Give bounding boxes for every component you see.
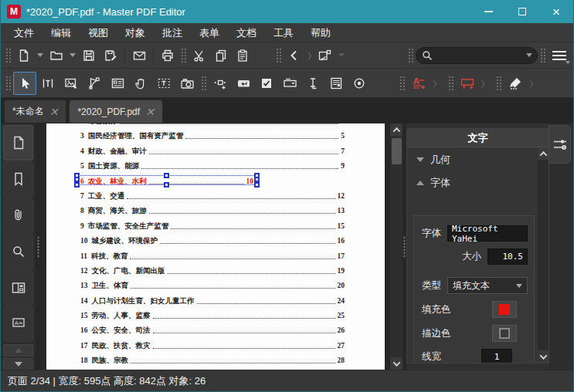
close-button[interactable]: ×	[539, 0, 573, 23]
sidebar-properties-button[interactable]: A=	[3, 306, 33, 342]
scroll-thumb[interactable]	[392, 138, 402, 164]
print-button[interactable]	[157, 46, 178, 66]
scroll-down-button[interactable]	[390, 357, 403, 370]
selection-handle-bl[interactable]	[74, 182, 80, 188]
menu-object[interactable]: 对象	[117, 23, 154, 42]
toolbar-grip[interactable]	[447, 75, 454, 92]
open-button[interactable]	[46, 46, 67, 66]
toolbar-grip[interactable]	[275, 47, 282, 64]
svg-text:A=: A=	[15, 320, 23, 326]
sidebar-search-button[interactable]	[3, 234, 33, 269]
search-dropdown-icon[interactable]	[526, 53, 532, 57]
toolbar-menu-button[interactable]	[548, 46, 571, 66]
cut-button[interactable]	[189, 46, 210, 66]
menu-annotate[interactable]: 批注	[154, 23, 191, 42]
sidebar-scroll-down-button[interactable]	[3, 358, 33, 370]
camera-snapshot-tool-button[interactable]	[175, 72, 199, 95]
search-input[interactable]	[433, 50, 524, 61]
line-width-field[interactable]: 1	[481, 349, 512, 363]
copy-button[interactable]	[210, 46, 232, 66]
checkbox-tool-button[interactable]	[255, 72, 278, 95]
toolbar-grip[interactable]	[495, 75, 502, 92]
scroll-track[interactable]	[390, 136, 403, 357]
save-button[interactable]	[78, 46, 100, 66]
new-document-dropdown-icon[interactable]	[37, 53, 43, 57]
text-type-dropdown[interactable]: 填充文本	[447, 277, 528, 294]
radio-button-tool-button[interactable]	[348, 72, 371, 95]
selected-text-object[interactable]: 6农业、林业、水利10	[80, 177, 253, 187]
panel-scroll-up-button[interactable]	[538, 147, 549, 160]
dot-leader	[168, 273, 335, 274]
edit-path-tool-button[interactable]	[83, 72, 106, 95]
pdf-viewport[interactable]: 2综合政务33国民经济管理、国有资产监管54财政、金融、审计75国土资源、能源9…	[40, 123, 389, 370]
edit-text-tool-button[interactable]	[36, 72, 59, 95]
sidebar-form-fields-button[interactable]	[3, 270, 33, 306]
tab-untitled[interactable]: *未命名 ✕	[4, 100, 66, 123]
stroke-color-button[interactable]	[492, 325, 517, 342]
edit-form-tool-button[interactable]	[106, 72, 129, 95]
minimize-button[interactable]	[471, 0, 505, 23]
menu-view[interactable]: 视图	[80, 23, 117, 42]
toolbar-grip[interactable]	[180, 47, 187, 64]
selection-handle-mr[interactable]	[254, 177, 260, 182]
sidebar-pages-button[interactable]	[3, 125, 33, 161]
panel-scroll-track[interactable]	[538, 160, 549, 350]
toolbar-grip[interactable]	[200, 75, 207, 92]
panel-vertical-scrollbar[interactable]	[538, 147, 549, 363]
snapshot-button[interactable]	[314, 46, 336, 66]
font-name-field[interactable]: Microsoft YaHei	[447, 225, 528, 242]
toolbar-grip[interactable]	[539, 47, 546, 64]
tab-close-icon[interactable]: ✕	[145, 106, 155, 117]
font-size-field[interactable]: 10.5	[487, 248, 528, 265]
edit-image-tool-button[interactable]	[59, 72, 83, 95]
menu-file[interactable]: 文件	[5, 23, 42, 42]
toolbar-grip[interactable]	[5, 47, 12, 64]
toc-entry-number: 8	[80, 207, 84, 215]
list-box-tool-button[interactable]	[324, 72, 348, 95]
section-geometry[interactable]: 几何	[407, 147, 538, 171]
sidebar-scroll-up-button[interactable]	[3, 344, 33, 357]
toolbar-grip[interactable]	[399, 75, 406, 92]
combo-box-tool-button[interactable]	[278, 72, 301, 95]
select-text-area-tool-button[interactable]	[152, 72, 175, 95]
selection-handle-tl[interactable]	[74, 173, 80, 178]
push-button-tool-button[interactable]	[232, 72, 255, 95]
pdf-vertical-scrollbar[interactable]	[389, 123, 402, 370]
scroll-up-button[interactable]	[390, 123, 403, 136]
panel-scroll-down-button[interactable]	[538, 350, 549, 363]
toolbar-grip[interactable]	[5, 75, 12, 92]
maximize-button[interactable]	[505, 0, 539, 23]
hamburger-icon	[552, 59, 566, 60]
menu-document[interactable]: 文档	[228, 23, 265, 42]
back-button[interactable]	[284, 46, 305, 66]
tab-close-icon[interactable]: ✕	[49, 106, 59, 117]
text-field-tool-button[interactable]	[301, 72, 324, 95]
open-dropdown-icon[interactable]	[70, 53, 76, 57]
toc-entry-title: 国民经济管理、国有资产监管	[88, 131, 184, 141]
sidebar-bookmarks-button[interactable]	[3, 161, 33, 197]
new-document-button[interactable]	[13, 46, 35, 66]
properties-toggle-tab[interactable]	[549, 125, 571, 164]
menu-edit[interactable]: 编辑	[42, 23, 80, 42]
sidebar-attachments-button[interactable]	[3, 198, 33, 233]
link-tool-button[interactable]	[209, 72, 232, 95]
tab-2020-pdf[interactable]: *2020_PDF.pdf ✕	[69, 100, 162, 123]
toolbar-grip[interactable]	[407, 47, 414, 64]
paste-button[interactable]	[232, 46, 253, 66]
hand-tool-button[interactable]	[129, 72, 152, 95]
selection-handle-ml[interactable]	[74, 177, 80, 182]
panel-splitter[interactable]	[402, 123, 406, 370]
add-comment-button[interactable]	[456, 72, 479, 95]
highlighter-tool-button[interactable]	[504, 72, 527, 95]
email-button[interactable]	[128, 46, 150, 66]
menu-help[interactable]: 帮助	[302, 23, 339, 42]
select-tool-button[interactable]	[13, 72, 36, 95]
menu-form[interactable]: 表单	[191, 23, 228, 42]
fill-color-button[interactable]	[492, 301, 517, 318]
selection-handle-br[interactable]	[254, 182, 260, 188]
save-as-button[interactable]	[100, 46, 121, 66]
toc-entry-page: 20	[338, 282, 345, 289]
section-font[interactable]: 字体	[407, 171, 538, 194]
menu-tools[interactable]: 工具	[265, 23, 302, 42]
add-text-annotation-button[interactable]: A	[407, 72, 430, 95]
